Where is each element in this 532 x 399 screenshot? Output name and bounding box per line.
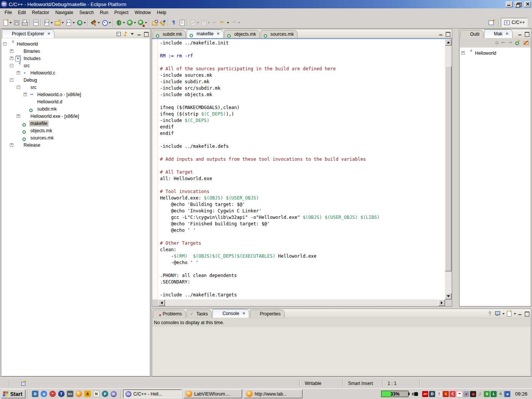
minimize-window-button[interactable] bbox=[506, 2, 513, 7]
run-external-tools-button[interactable] bbox=[137, 18, 148, 27]
menu-navigate[interactable]: Navigate bbox=[52, 9, 76, 16]
volume-tray-icon[interactable]: ♪ bbox=[477, 391, 483, 397]
sync-tray-icon[interactable]: S bbox=[484, 391, 490, 397]
tree-expander-icon[interactable]: + bbox=[17, 71, 20, 74]
minimize-view-icon[interactable] bbox=[438, 31, 444, 36]
open-console-icon[interactable] bbox=[506, 310, 512, 316]
tree-expander-icon[interactable]: - bbox=[17, 86, 20, 89]
explorer-item-src[interactable]: -src bbox=[2, 84, 150, 91]
dropdown-arrow-icon[interactable] bbox=[98, 22, 100, 25]
close-window-button[interactable] bbox=[524, 2, 531, 7]
explorer-item-helloworld-d[interactable]: Helloworld.d bbox=[2, 98, 150, 105]
network-error-tray-icon[interactable]: x bbox=[463, 391, 469, 397]
close-icon[interactable]: ✕ bbox=[242, 312, 245, 315]
task-button-labviewforum[interactable]: LabVIEWforum.... bbox=[184, 390, 242, 398]
tree-expander-icon[interactable]: - bbox=[3, 42, 6, 46]
restore-window-button[interactable] bbox=[515, 2, 522, 7]
console-tab-console[interactable]: Console✕ bbox=[212, 309, 249, 318]
display-selected-console-icon[interactable] bbox=[494, 310, 500, 316]
maximize-view-icon[interactable] bbox=[524, 31, 530, 36]
new-wizard-button[interactable] bbox=[2, 18, 13, 27]
dropdown-arrow-icon[interactable] bbox=[227, 22, 229, 25]
editor-text[interactable]: -include ../makefile.initRM := rm -rf# A… bbox=[158, 39, 380, 299]
dropdown-arrow-icon[interactable] bbox=[514, 313, 516, 316]
ati-tray-icon[interactable]: ATI bbox=[422, 391, 428, 397]
explorer-item-sources-mk[interactable]: sources.mk bbox=[2, 134, 150, 141]
dropdown-arrow-icon[interactable] bbox=[84, 22, 86, 25]
dropdown-arrow-icon[interactable] bbox=[502, 313, 505, 316]
menu-window[interactable]: Window bbox=[131, 9, 154, 16]
search-button[interactable] bbox=[159, 18, 167, 27]
run-button[interactable] bbox=[126, 18, 137, 27]
tree-expander-icon[interactable]: + bbox=[10, 143, 13, 147]
start-button[interactable]: Start bbox=[1, 390, 25, 398]
graphics-tool-icon[interactable]: P bbox=[102, 391, 108, 397]
explorer-item-debug[interactable]: -Debug bbox=[2, 76, 150, 84]
language-tray-icon[interactable]: L bbox=[491, 391, 497, 397]
menu-edit[interactable]: Edit bbox=[15, 9, 29, 16]
explorer-item-includes[interactable]: +hIncludes bbox=[2, 55, 150, 62]
scroll-left-arrow[interactable] bbox=[158, 299, 165, 306]
view-menu-icon[interactable] bbox=[130, 31, 135, 36]
menu-refactor[interactable]: Refactor bbox=[29, 9, 52, 16]
editor-tab-objects-mk[interactable]: objects.mk bbox=[224, 30, 260, 38]
tree-expander-icon[interactable]: + bbox=[24, 93, 27, 96]
debug-button[interactable] bbox=[115, 18, 126, 27]
display-tray-icon[interactable]: D bbox=[429, 391, 435, 397]
editor-horizontal-scrollbar[interactable] bbox=[158, 299, 445, 306]
tree-expander-icon[interactable]: - bbox=[10, 78, 13, 82]
explorer-item-objects-mk[interactable]: objects.mk bbox=[2, 127, 150, 134]
dropdown-arrow-icon[interactable] bbox=[62, 22, 64, 25]
explorer-item-helloworld-exe-x86-le[interactable]: +Helloworld.exe - [x86/le] bbox=[2, 112, 150, 120]
console-tab-properties[interactable]: Properties bbox=[250, 310, 285, 318]
tree-expander-icon[interactable]: + bbox=[461, 51, 465, 55]
open-perspective-button[interactable] bbox=[486, 18, 497, 27]
explorer-item-src[interactable]: -Csrc bbox=[2, 62, 150, 69]
home-icon[interactable]: ⌂ bbox=[495, 40, 499, 45]
dropdown-arrow-icon[interactable] bbox=[123, 22, 125, 25]
menu-project[interactable]: Project bbox=[111, 9, 131, 16]
access-key-tray-icon[interactable]: K bbox=[443, 391, 449, 397]
editor-tab-makefile[interactable]: makefile✕ bbox=[187, 29, 223, 38]
project-explorer-tab[interactable]: Project Explorer ✕ bbox=[2, 29, 54, 38]
menu-run[interactable]: Run bbox=[97, 9, 111, 16]
new-class-button[interactable] bbox=[76, 18, 87, 27]
new-make-target-icon[interactable] bbox=[515, 40, 521, 45]
close-icon[interactable]: ✕ bbox=[505, 32, 508, 36]
explorer-item-helloworld[interactable]: -CHelloworld bbox=[2, 40, 150, 48]
back-button[interactable] bbox=[219, 18, 230, 27]
dropdown-arrow-icon[interactable] bbox=[145, 22, 147, 25]
close-icon[interactable]: ✕ bbox=[217, 32, 220, 36]
new-c-project-button[interactable] bbox=[43, 18, 54, 27]
menu-file[interactable]: File bbox=[2, 9, 15, 16]
explorer-item-binaries[interactable]: +Binaries bbox=[2, 48, 150, 55]
winamp-icon[interactable]: A bbox=[84, 391, 91, 397]
tree-expander-icon[interactable]: + bbox=[10, 49, 13, 53]
dropdown-arrow-icon[interactable] bbox=[109, 22, 111, 25]
editor-vertical-scrollbar[interactable] bbox=[445, 39, 451, 299]
recycle-tray-icon[interactable]: R bbox=[497, 391, 504, 397]
tree-expander-icon[interactable]: + bbox=[10, 57, 13, 60]
minimize-icon[interactable] bbox=[136, 31, 142, 36]
build-button[interactable] bbox=[90, 18, 101, 27]
linked-view-button[interactable] bbox=[178, 18, 186, 27]
explorer-item-release[interactable]: +Release bbox=[2, 141, 150, 149]
search-tool-icon[interactable]: * bbox=[49, 391, 56, 397]
maximize-view-icon[interactable] bbox=[445, 31, 451, 36]
dropdown-arrow-icon[interactable] bbox=[134, 22, 136, 25]
pin-console-icon[interactable] bbox=[487, 310, 493, 316]
open-element-button[interactable] bbox=[151, 18, 159, 27]
fast-view-icon[interactable] bbox=[21, 380, 27, 386]
makefile-editor[interactable]: -include ../makefile.initRM := rm -rf# A… bbox=[152, 39, 445, 299]
menu-search[interactable]: Search bbox=[76, 9, 97, 16]
forward-icon[interactable]: → bbox=[508, 40, 512, 45]
scroll-up-arrow[interactable] bbox=[445, 39, 451, 46]
show-whitespace-button[interactable] bbox=[170, 18, 178, 27]
scroll-down-arrow[interactable] bbox=[445, 293, 451, 299]
blocked-tray-icon[interactable]: ● bbox=[470, 391, 476, 397]
right-tab-outli[interactable]: Outli bbox=[460, 30, 483, 38]
link-with-editor-icon[interactable] bbox=[123, 31, 128, 36]
explorer-item-helloworld-c[interactable]: +cHelloworld.c bbox=[2, 69, 150, 76]
build-all-button[interactable] bbox=[101, 18, 112, 27]
new-c-file-button[interactable] bbox=[65, 18, 76, 27]
